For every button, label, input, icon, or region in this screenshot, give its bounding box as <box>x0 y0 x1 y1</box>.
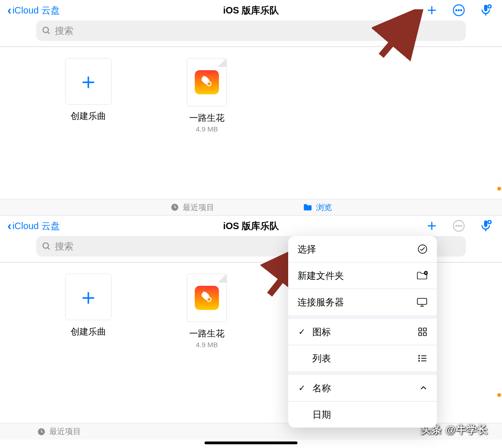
chevron-up-icon <box>419 384 428 392</box>
svg-rect-6 <box>484 5 488 11</box>
menu-sort-date[interactable]: 日期 <box>288 402 437 428</box>
menu-select[interactable]: 选择 <box>288 236 437 262</box>
tile-label: 创建乐曲 <box>71 110 106 122</box>
svg-rect-39 <box>423 328 426 331</box>
file-grid: ＋ 创建乐曲 一路生花 4.9 MB <box>0 47 502 152</box>
svg-point-21 <box>458 225 459 226</box>
svg-point-28 <box>43 243 49 249</box>
menu-label: 连接服务器 <box>297 296 344 309</box>
tab-label: 最近项目 <box>183 202 214 213</box>
menu-list-view[interactable]: 列表 <box>288 345 437 371</box>
svg-line-12 <box>48 32 50 34</box>
home-indicator <box>205 441 297 444</box>
clock-icon <box>171 203 179 211</box>
tile-label: 一路生花 <box>189 328 225 340</box>
tab-browse[interactable]: 浏览 <box>303 202 332 213</box>
song-file-tile[interactable]: 一路生花 4.9 MB <box>179 274 235 349</box>
tile-label: 一路生花 <box>189 112 225 124</box>
plus-icon: ＋ <box>77 66 99 96</box>
menu-sort-name[interactable]: ✓ 名称 <box>288 375 437 401</box>
svg-rect-35 <box>417 298 427 304</box>
add-button[interactable] <box>425 3 439 17</box>
nav-bar: ‹ iCloud 云盘 iOS 版库乐队 <box>0 0 502 20</box>
plus-icon <box>426 4 438 16</box>
svg-line-29 <box>48 248 50 250</box>
svg-point-3 <box>456 10 457 11</box>
create-song-tile[interactable]: ＋ 创建乐曲 <box>60 274 116 349</box>
chevron-left-icon: ‹ <box>7 4 12 16</box>
search-icon <box>42 242 51 251</box>
more-button[interactable] <box>452 3 466 17</box>
nav-bar: ‹ iCloud 云盘 iOS 版库乐队 <box>0 216 502 236</box>
tab-recent[interactable]: 最近项目 <box>37 426 81 437</box>
svg-point-22 <box>461 225 462 226</box>
checkmark-icon: ✓ <box>297 383 306 393</box>
svg-rect-38 <box>419 328 422 331</box>
search-placeholder: 搜索 <box>55 25 73 37</box>
microphone-button[interactable] <box>479 3 493 17</box>
svg-point-11 <box>43 27 49 33</box>
menu-label: 图标 <box>312 326 331 338</box>
menu-icon-view[interactable]: ✓ 图标 <box>288 319 437 345</box>
menu-label: 日期 <box>312 408 331 421</box>
more-circle-icon <box>452 219 465 232</box>
microphone-plus-icon <box>479 4 492 17</box>
microphone-plus-icon <box>479 219 492 232</box>
plus-icon <box>426 220 438 232</box>
song-file-tile[interactable]: 一路生花 4.9 MB <box>179 58 235 133</box>
context-menu: 选择 新建文件夹 连接服务器 ✓ 图标 <box>288 236 437 428</box>
chevron-left-icon: ‹ <box>7 220 12 232</box>
create-song-tile[interactable]: ＋ 创建乐曲 <box>60 58 116 133</box>
svg-rect-40 <box>419 333 422 336</box>
menu-label: 选择 <box>297 243 316 256</box>
back-label: iCloud 云盘 <box>13 220 60 232</box>
folder-plus-icon <box>416 270 428 281</box>
add-button[interactable] <box>425 219 439 233</box>
garageband-icon <box>195 286 219 310</box>
search-icon <box>42 26 51 35</box>
menu-label: 新建文件夹 <box>297 270 344 282</box>
svg-rect-41 <box>423 333 426 336</box>
orange-dot <box>497 187 501 191</box>
back-button[interactable]: ‹ iCloud 云盘 <box>7 220 60 232</box>
search-input[interactable]: 搜索 <box>36 20 466 41</box>
garageband-icon <box>195 70 219 94</box>
tile-sub: 4.9 MB <box>196 125 218 133</box>
more-button-active[interactable] <box>452 219 466 233</box>
svg-rect-23 <box>484 220 488 227</box>
grid-icon <box>417 327 428 337</box>
search-placeholder: 搜索 <box>55 240 73 253</box>
tab-recent[interactable]: 最近项目 <box>171 202 214 213</box>
svg-point-46 <box>419 361 420 362</box>
svg-point-20 <box>456 225 457 226</box>
svg-point-4 <box>458 10 459 11</box>
folder-icon <box>303 203 312 211</box>
tile-sub: 4.9 MB <box>196 341 218 349</box>
tile-label: 创建乐曲 <box>71 326 106 338</box>
menu-label: 名称 <box>312 382 331 395</box>
tab-label: 最近项目 <box>49 426 81 437</box>
list-icon <box>417 353 428 363</box>
menu-new-folder[interactable]: 新建文件夹 <box>288 263 437 289</box>
checkmark-icon: ✓ <box>297 327 306 337</box>
tab-label: 浏览 <box>316 202 332 213</box>
menu-connect-server[interactable]: 连接服务器 <box>288 289 437 315</box>
clock-icon <box>37 428 46 436</box>
display-icon <box>416 297 428 307</box>
check-circle-icon <box>417 244 428 254</box>
back-label: iCloud 云盘 <box>13 4 60 17</box>
svg-point-5 <box>461 10 462 11</box>
svg-point-44 <box>419 358 420 359</box>
microphone-button[interactable] <box>479 219 493 233</box>
svg-point-42 <box>419 356 420 356</box>
more-circle-icon <box>452 4 465 17</box>
orange-dot <box>497 393 501 397</box>
plus-icon: ＋ <box>77 282 99 312</box>
back-button[interactable]: ‹ iCloud 云盘 <box>7 4 60 17</box>
menu-label: 列表 <box>312 352 331 365</box>
